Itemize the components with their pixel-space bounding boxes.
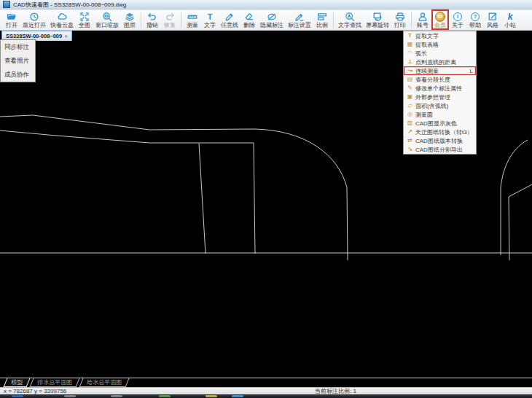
point-to-line-distance-icon: ⊥ — [406, 58, 414, 66]
toolbar-button-undo[interactable]: 撤销 — [144, 10, 160, 29]
window-zoom-icon — [102, 12, 112, 22]
vip-menu-item-12[interactable]: ⇄CAD图纸版本转换 — [404, 136, 476, 145]
vip-menu-item-7[interactable]: ▣外部参照管理 — [404, 93, 476, 101]
toolbar-button-vip[interactable]: VIP会员 — [432, 10, 448, 29]
cad-version-convert-icon: ⇄ — [406, 137, 414, 144]
title-bar: CAD快速看图 - SS328SW-00-008~009.dwg — [0, 0, 532, 9]
toolbar-button-about[interactable]: i关于 — [450, 10, 466, 29]
toolbar-button-label: 文字 — [204, 22, 216, 28]
toolbar-button-screen-rotate[interactable]: 屏幕旋转 — [364, 10, 391, 29]
toolbar-button-label: 会员 — [434, 22, 446, 28]
k-station-icon: k — [508, 12, 513, 22]
taskbar-icon-5 — [232, 395, 243, 397]
context-menu-item-1[interactable]: 查看照片 — [1, 54, 35, 68]
toolbar-button-window-zoom[interactable]: 窗口缩放 — [94, 10, 120, 29]
toolbar-separator — [141, 12, 141, 28]
redo-icon — [165, 12, 175, 22]
toolbar-button-layers[interactable]: 图层 — [122, 10, 138, 29]
taskbar-icon-2 — [111, 395, 122, 397]
toolbar-button-recent-open[interactable]: 最近打开 — [21, 10, 47, 29]
vip-menu-item-3[interactable]: ⊥点到直线的距离 — [404, 58, 476, 66]
toolbar-button-account[interactable]: 账号 — [415, 10, 431, 29]
clock-icon — [29, 12, 39, 22]
vip-menu-item-11[interactable]: ↗天正图纸转换（转t3） — [404, 128, 476, 136]
cad-gray-display-icon: ▥ — [406, 120, 414, 127]
toolbar-button-label: 帮助 — [469, 22, 481, 28]
about-icon: i — [453, 12, 462, 22]
toolbar-button-text-search[interactable]: 文字查找 — [337, 10, 363, 29]
toolbar-button-label: 任意线 — [221, 22, 238, 28]
toolbar-button-redo[interactable]: 恢复 — [162, 10, 178, 29]
vip-menu-item-10[interactable]: ▥CAD图显示灰色 — [404, 119, 476, 128]
toolbar-button-free-line[interactable]: 任意线 — [219, 10, 240, 29]
cad-viewer-window: CAD快速看图 - SS328SW-00-008~009.dwg 打开最近打开快… — [0, 0, 532, 398]
vip-menu-item-4[interactable]: ↝连续测量L — [404, 66, 476, 75]
toolbar-button-delete[interactable]: 删除 — [241, 10, 257, 29]
help-icon: ? — [471, 12, 480, 22]
vip-menu-item-8[interactable]: ▱面积(含弧线) — [404, 101, 476, 110]
sheet-tab-bar: 模型排水总平面图给水总平面图 — [0, 378, 532, 387]
document-tab-label: SS328SW-00-008~009 — [6, 33, 62, 39]
toolbar-button-label: 比例 — [316, 22, 328, 28]
toolbar-button-k-station[interactable]: k小站 — [502, 10, 518, 29]
toolbar-button-cloud-disk[interactable]: 快看云盘 — [49, 10, 75, 29]
freeline-icon — [224, 12, 235, 22]
print-icon — [395, 12, 405, 22]
tianzheng-convert-icon: ↗ — [406, 128, 414, 136]
vip-menu-item-6[interactable]: ✎修改单个标注属性 — [404, 84, 476, 93]
vip-menu-item-label: 测量圆 — [415, 111, 433, 119]
status-bar: x = 782687 y = 3399756 当前标注比例: 1 — [0, 387, 532, 394]
vip-menu-item-label: 连续测量 — [415, 67, 439, 75]
vip-menu-item-1[interactable]: ▦提取表格 — [404, 40, 476, 49]
vip-menu-item-label: 修改单个标注属性 — [415, 85, 462, 93]
context-menu-item-2[interactable]: 成员协作 — [1, 68, 35, 82]
taskbar-icon-4 — [206, 395, 217, 397]
full-view-icon — [79, 12, 90, 22]
toolbar-separator — [411, 12, 412, 28]
vip-menu-item-9[interactable]: ◎测量圆 — [404, 110, 476, 119]
toolbar-button-scale[interactable]: 比例 — [314, 10, 330, 29]
toolbar-button-annotation-settings[interactable]: 标注设置 — [286, 10, 313, 29]
toolbar-button-label: 关于 — [452, 22, 463, 28]
vip-menu-item-2[interactable]: ◠弧长 — [404, 49, 476, 58]
sheet-tab-label: 模型 — [11, 378, 23, 386]
windows-taskbar-sliver[interactable] — [0, 394, 532, 398]
window-title: CAD快速看图 - SS328SW-00-008~009.dwg — [13, 1, 126, 9]
vip-menu-item-label: CAD图纸分割导出 — [415, 146, 463, 154]
context-menu-item-0[interactable]: 同步标注 — [1, 40, 35, 54]
vip-menu-item-13[interactable]: ↘CAD图纸分割导出 — [404, 145, 476, 154]
vip-menu-item-label: CAD图纸版本转换 — [415, 137, 463, 145]
sheet-tab-0[interactable]: 模型 — [4, 378, 31, 387]
vip-menu-item-0[interactable]: T提取文字 — [404, 31, 476, 40]
toolbar-button-label: 标注设置 — [288, 22, 311, 28]
cad-line-6 — [509, 184, 532, 260]
toolbar-button-open[interactable]: 打开 — [4, 10, 20, 29]
taskbar-icon-3 — [159, 395, 171, 397]
vip-menu-item-5[interactable]: ▤查看分段长度 — [404, 75, 476, 84]
annotation-context-menu: 同步标注查看照片成员协作 — [0, 39, 36, 82]
sheet-tab-1[interactable]: 排水总平面图 — [30, 378, 80, 387]
toolbar-button-help[interactable]: ?帮助 — [467, 10, 483, 29]
extract-text-icon: T — [406, 32, 414, 39]
close-tab-icon[interactable]: × — [64, 34, 68, 39]
toolbar-button-style[interactable]: 风格 — [485, 10, 501, 29]
toolbar-button-full-view[interactable]: 全图 — [77, 10, 93, 29]
sheet-tab-2[interactable]: 给水总平面图 — [79, 378, 130, 387]
vip-icon: VIP — [435, 12, 445, 22]
cad-line-0 — [0, 115, 348, 260]
toolbar-button-measure[interactable]: 测量 — [184, 10, 200, 29]
layers-icon — [125, 12, 135, 22]
toolbar-button-print[interactable]: 打印 — [392, 10, 408, 29]
view-segment-length-icon: ▤ — [406, 76, 414, 83]
toolbar: 打开最近打开快看云盘全图窗口缩放图层撤销恢复测量T文字任意线删除隐藏标注标注设置… — [0, 9, 532, 31]
cad-line-1 — [0, 130, 254, 143]
toolbar-button-hide-annotation[interactable]: 隐藏标注 — [259, 10, 285, 29]
account-icon — [418, 12, 428, 22]
vip-menu-item-label: 弧长 — [415, 50, 427, 58]
toolbar-button-label: 文字查找 — [338, 22, 361, 28]
toolbar-button-label: 打印 — [394, 22, 406, 28]
cad-line-3 — [254, 143, 255, 254]
toolbar-button-text[interactable]: T文字 — [202, 10, 218, 29]
arc-length-icon: ◠ — [406, 50, 414, 57]
measure-circle-icon: ◎ — [406, 111, 414, 118]
